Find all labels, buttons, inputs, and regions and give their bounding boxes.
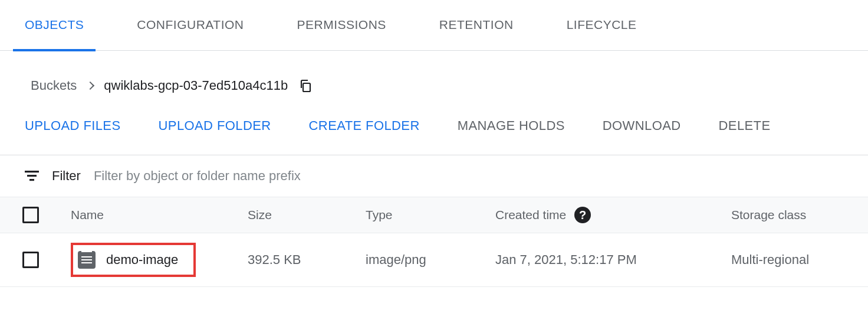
col-header-created-label: Created time bbox=[495, 208, 566, 222]
cell-created: Jan 7, 2021, 5:12:17 PM bbox=[495, 243, 731, 277]
cell-type: image/png bbox=[366, 243, 495, 277]
col-header-storage-class[interactable]: Storage class bbox=[731, 198, 868, 232]
col-header-created[interactable]: Created time ? bbox=[495, 197, 731, 233]
tab-configuration[interactable]: CONFIGURATION bbox=[137, 0, 244, 51]
svg-rect-3 bbox=[29, 179, 34, 181]
col-header-name[interactable]: Name bbox=[71, 198, 248, 232]
svg-rect-1 bbox=[25, 171, 39, 172]
cell-storage-class: Multi-regional bbox=[731, 243, 868, 277]
tab-permissions[interactable]: PERMISSIONS bbox=[297, 0, 386, 51]
chevron-right-icon bbox=[86, 82, 94, 90]
create-folder-button[interactable]: CREATE FOLDER bbox=[309, 118, 420, 133]
row-checkbox[interactable] bbox=[22, 252, 39, 268]
manage-holds-button[interactable]: MANAGE HOLDS bbox=[458, 118, 565, 133]
breadcrumb: Buckets qwiklabs-gcp-03-7ed510a4c11b bbox=[0, 51, 868, 118]
breadcrumb-root[interactable]: Buckets bbox=[31, 78, 77, 93]
filter-bar: Filter bbox=[0, 155, 868, 197]
tab-lifecycle[interactable]: LIFECYCLE bbox=[567, 0, 637, 51]
svg-rect-0 bbox=[303, 83, 310, 92]
objects-table: Name Size Type Created time ? Storage cl… bbox=[0, 197, 868, 287]
action-toolbar: UPLOAD FILES UPLOAD FOLDER CREATE FOLDER… bbox=[0, 118, 868, 155]
filter-label: Filter bbox=[52, 168, 81, 184]
col-header-size[interactable]: Size bbox=[248, 198, 366, 232]
upload-folder-button[interactable]: UPLOAD FOLDER bbox=[159, 118, 271, 133]
object-name-highlight: demo-image bbox=[71, 243, 196, 277]
col-header-type[interactable]: Type bbox=[366, 198, 495, 232]
table-row: demo-image 392.5 KB image/png Jan 7, 202… bbox=[0, 233, 868, 287]
object-name-link[interactable]: demo-image bbox=[106, 252, 178, 268]
file-icon bbox=[78, 251, 96, 269]
filter-icon bbox=[25, 171, 39, 181]
copy-icon[interactable] bbox=[298, 79, 313, 93]
table-header-row: Name Size Type Created time ? Storage cl… bbox=[0, 197, 868, 233]
filter-input[interactable] bbox=[94, 168, 843, 184]
select-all-checkbox[interactable] bbox=[22, 207, 39, 223]
tab-retention[interactable]: RETENTION bbox=[439, 0, 514, 51]
tab-objects[interactable]: OBJECTS bbox=[25, 0, 84, 51]
download-button[interactable]: DOWNLOAD bbox=[603, 118, 681, 133]
tabs-bar: OBJECTS CONFIGURATION PERMISSIONS RETENT… bbox=[0, 0, 868, 51]
delete-button[interactable]: DELETE bbox=[719, 118, 771, 133]
breadcrumb-current: qwiklabs-gcp-03-7ed510a4c11b bbox=[104, 78, 288, 93]
help-icon[interactable]: ? bbox=[574, 207, 591, 223]
cell-size: 392.5 KB bbox=[248, 243, 366, 277]
upload-files-button[interactable]: UPLOAD FILES bbox=[25, 118, 121, 133]
svg-rect-2 bbox=[27, 175, 37, 177]
